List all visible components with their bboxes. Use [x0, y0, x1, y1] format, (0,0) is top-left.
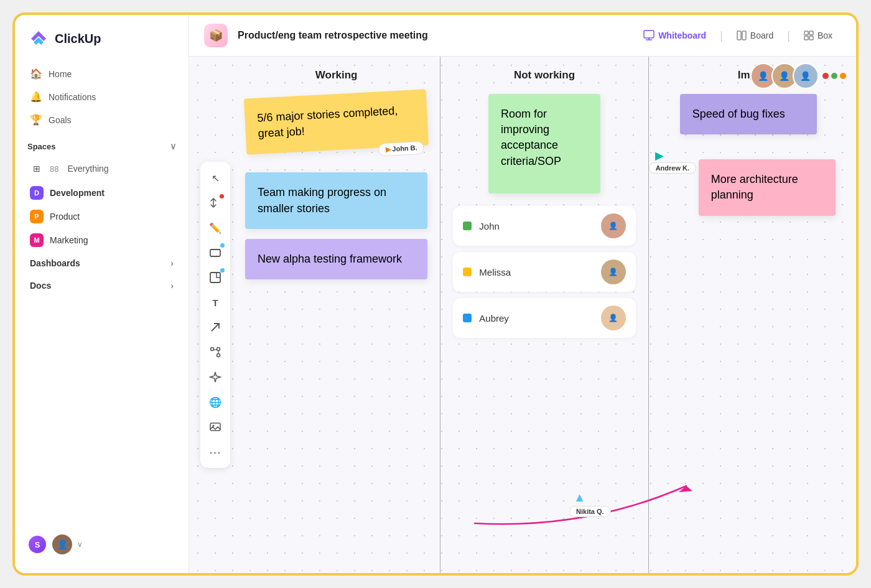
melissa-name: Melissa [479, 267, 511, 278]
marketing-label: Marketing [50, 235, 88, 245]
nav-notifications-label: Notifications [49, 92, 96, 102]
sticky-n1[interactable]: Room for improving acceptance criteria/S… [488, 94, 600, 194]
nav-goals-label: Goals [49, 115, 72, 125]
svg-line-11 [212, 324, 219, 331]
arrow-icon [209, 321, 221, 334]
dashboards-nav[interactable]: Dashboards › [17, 252, 186, 274]
svg-rect-5 [804, 31, 808, 35]
tool-text[interactable]: T [204, 291, 226, 314]
space-development[interactable]: D Development [22, 181, 181, 205]
nav-home-label: Home [49, 69, 72, 79]
nav-everything[interactable]: ⊞ 88 Everything [22, 156, 181, 181]
dot-red [822, 73, 829, 79]
sticky-n1-text: Room for improving acceptance criteria/S… [501, 108, 561, 167]
whiteboard-view-btn[interactable]: Whiteboard [635, 26, 715, 45]
whiteboard-icon [643, 30, 654, 41]
tool-pen[interactable]: ✏️ [204, 217, 226, 239]
aubrey-name: Aubrey [479, 313, 509, 324]
sticky-w1[interactable]: 5/6 major stories completed, great job! … [244, 89, 429, 155]
andrew-cursor-area: ▶ Andrew K. [655, 149, 664, 162]
app-frame: ClickUp 🏠 Home 🔔 Notifications 🏆 Goals S… [12, 12, 859, 576]
john-dot [463, 222, 472, 230]
development-badge: D [30, 186, 44, 200]
toolbar: ↖ ✏️ [200, 162, 230, 468]
nav-notifications[interactable]: 🔔 Notifications [22, 85, 181, 108]
member-john[interactable]: John 👤 [453, 206, 635, 246]
tr-avatar-3: 👤 [793, 63, 819, 89]
tool-more[interactable]: ··· [204, 441, 226, 463]
nikita-cursor-arrow: ▲ [574, 490, 586, 505]
box-icon [804, 30, 814, 40]
member-cards: John 👤 Melissa 👤 Aubrey 👤 [453, 206, 635, 338]
tool-rect[interactable] [204, 241, 226, 264]
svg-marker-19 [679, 486, 692, 492]
tool-dot-blue [220, 243, 225, 248]
rect-icon [209, 246, 221, 259]
member-aubrey[interactable]: Aubrey 👤 [453, 298, 635, 338]
sticky-i2-text: More architecture planning [711, 173, 798, 201]
view-divider-2: | [787, 29, 790, 42]
sticky-w3[interactable]: New alpha testing framework [245, 239, 427, 279]
tool-arrow[interactable] [204, 316, 226, 338]
tool-dot-red [220, 194, 224, 198]
tool-select[interactable]: ↖ [204, 167, 226, 189]
john-avatar: 👤 [601, 213, 626, 238]
andrew-cursor-arrow: ▶ [655, 149, 664, 162]
chevron-right-icon-2: › [170, 281, 174, 291]
board-icon [737, 30, 747, 40]
logo-icon [27, 27, 50, 50]
tool-globe[interactable]: 🌐 [204, 391, 226, 413]
box-label: Box [817, 30, 832, 40]
bell-icon: 🔔 [30, 91, 42, 103]
melissa-avatar: 👤 [601, 259, 626, 284]
sticky-w3-text: New alpha testing framework [258, 253, 402, 265]
box-view-btn[interactable]: Box [795, 27, 841, 44]
grid-icon: ⊞ [30, 162, 44, 175]
aubrey-avatar: 👤 [601, 306, 626, 330]
sticky-i1-text: Speed of bug fixes [692, 108, 785, 120]
tool-image[interactable] [204, 416, 226, 438]
logo[interactable]: ClickUp [15, 27, 189, 62]
svg-rect-8 [809, 36, 813, 40]
john-b-cursor: ▶ John B. [378, 141, 424, 157]
nav-list: 🏠 Home 🔔 Notifications 🏆 Goals [15, 62, 189, 131]
chevron-right-icon: › [170, 258, 174, 268]
svg-rect-4 [742, 31, 746, 40]
nav-home[interactable]: 🏠 Home [22, 62, 181, 85]
tool-dot-blue2 [220, 268, 225, 273]
sticky-w1-text: 5/6 major stories completed, great job! [257, 105, 398, 140]
svg-rect-7 [804, 36, 808, 40]
tool-connect[interactable] [204, 341, 226, 363]
spaces-header: Spaces ∨ [15, 131, 189, 156]
svg-rect-0 [644, 30, 654, 38]
board-view-btn[interactable]: Board [728, 27, 782, 44]
space-marketing[interactable]: M Marketing [22, 228, 181, 252]
tool-sticky[interactable] [204, 266, 226, 289]
sticky-i2[interactable]: More architecture planning [699, 159, 836, 215]
sticky-icon [209, 271, 221, 284]
user-avatar[interactable]: S [27, 534, 47, 554]
nav-goals[interactable]: 🏆 Goals [22, 108, 181, 131]
sticky-w2[interactable]: Team making progress on smaller stories [245, 172, 427, 228]
topbar: 📦 Product/eng team retrospective meeting… [189, 15, 856, 57]
svg-point-14 [217, 348, 220, 351]
top-right-avatars: 👤 👤 👤 [750, 63, 846, 89]
dot-green [831, 73, 837, 79]
tool-move[interactable] [204, 192, 226, 214]
user-avatar-2: 👤 [52, 534, 72, 554]
tool-sparkle[interactable] [204, 366, 226, 388]
home-icon: 🏠 [30, 68, 42, 80]
chevron-down-icon[interactable]: ∨ [170, 141, 176, 151]
marketing-badge: M [30, 233, 44, 247]
sticky-i1[interactable]: Speed of bug fixes [680, 94, 817, 134]
docs-nav[interactable]: Docs › [17, 274, 186, 297]
member-melissa[interactable]: Melissa 👤 [453, 252, 635, 292]
nikita-cursor-label: Nikita Q. [569, 506, 611, 517]
user-chevron[interactable]: ∨ [77, 540, 83, 549]
dot-orange [840, 73, 846, 79]
sparkle-icon [209, 371, 221, 383]
presence-dots [822, 73, 846, 79]
whiteboard-canvas[interactable]: ↖ ✏️ [189, 57, 856, 573]
svg-point-13 [217, 354, 220, 357]
space-product[interactable]: P Product [22, 205, 181, 228]
